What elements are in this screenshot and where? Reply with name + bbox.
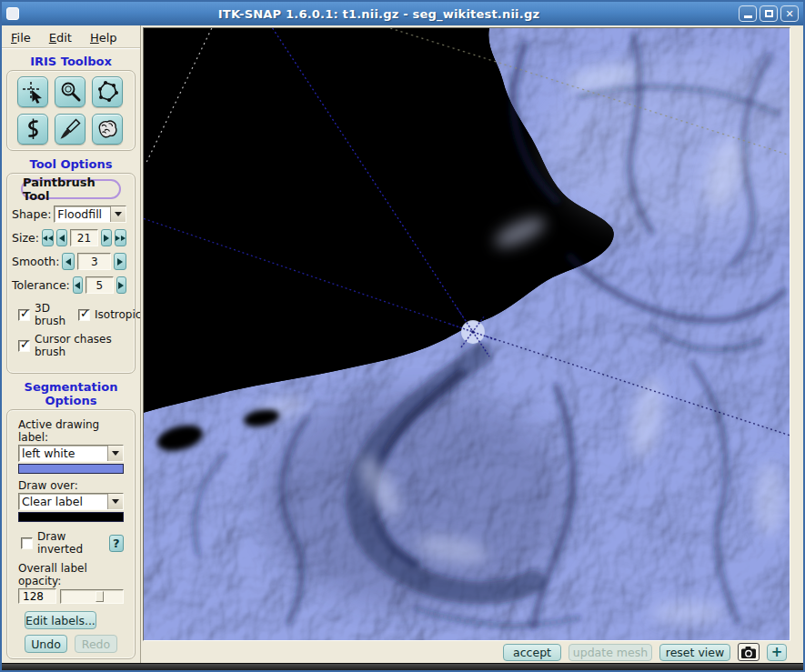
edit-labels-button[interactable]: Edit labels...	[25, 611, 96, 629]
tolerance-label: Tolerance:	[12, 278, 70, 292]
view3d-toolbar: accept update mesh reset view +	[141, 641, 803, 663]
tolerance-increase-button[interactable]	[116, 276, 126, 294]
size-decrease-fast-button[interactable]	[42, 229, 54, 246]
main-area: accept update mesh reset view +	[141, 25, 803, 663]
window-bottom-edge	[2, 663, 803, 670]
draw-over-dropdown[interactable]: Clear label	[18, 493, 124, 510]
sidebar: File Edit Help IRIS Toolbox	[2, 25, 141, 663]
segmentation-options-title: Segmentation Options	[2, 380, 140, 407]
paintbrush-tool-button[interactable]	[55, 114, 86, 145]
menu-edit[interactable]: Edit	[49, 31, 72, 45]
maximize-icon	[765, 10, 773, 17]
titlebar[interactable]: ITK-SNAP 1.6.0.1: t1.nii.gz - seg_wikite…	[2, 2, 803, 25]
size-increase-button[interactable]	[101, 229, 112, 246]
minimize-icon	[744, 15, 752, 18]
active-label-dropdown[interactable]: left white	[18, 445, 124, 462]
isotropic-checkbox[interactable]	[78, 309, 90, 321]
opacity-slider[interactable]	[60, 589, 124, 604]
size-increase-fast-button[interactable]	[115, 229, 126, 246]
tool-options-title: Tool Options	[2, 157, 140, 171]
size-value[interactable]: 21	[70, 229, 99, 246]
segmentation-options-panel: Active drawing label: left white Draw ov…	[6, 409, 136, 659]
tolerance-decrease-button[interactable]	[73, 276, 83, 294]
update-mesh-button: update mesh	[569, 644, 652, 661]
draw-over-value: Clear label	[19, 494, 107, 509]
3d-brush-label: 3D brush	[35, 302, 65, 327]
paintbrush-panel-title: Paintbrush Tool	[21, 179, 121, 199]
smooth-decrease-button[interactable]	[62, 253, 75, 270]
tolerance-value[interactable]: 5	[86, 276, 114, 294]
tool-options-panel: Paintbrush Tool Shape: Floodfill Size: 2…	[6, 173, 136, 374]
accept-button[interactable]: accept	[503, 644, 561, 661]
cursor-chases-brush-checkbox[interactable]	[18, 340, 30, 352]
smooth-label: Smooth:	[12, 255, 59, 268]
close-button[interactable]: ✕	[780, 5, 799, 22]
polygon-tool-button[interactable]	[92, 76, 123, 107]
minimize-button[interactable]	[739, 5, 757, 22]
maximize-button[interactable]	[760, 5, 778, 22]
draw-inverted-label: Draw inverted	[37, 530, 100, 556]
crosshair-icon	[21, 80, 45, 104]
redo-button: Redo	[75, 635, 117, 653]
close-icon: ✕	[785, 9, 793, 19]
chevron-down-icon	[115, 212, 122, 220]
iris-toolbox	[6, 70, 136, 151]
size-decrease-button[interactable]	[56, 229, 67, 246]
cursor-chases-brush-label: Cursor chases brush	[35, 333, 130, 358]
smooth-value[interactable]: 3	[77, 253, 111, 270]
isotropic-label: Isotropic	[95, 308, 141, 321]
itk-snap-window: ITK-SNAP 1.6.0.1: t1.nii.gz - seg_wikite…	[0, 0, 805, 672]
mesh-tool-button[interactable]	[92, 114, 123, 145]
view3d[interactable]	[143, 27, 790, 641]
menubar: File Edit Help	[2, 25, 140, 48]
snake-tool-button[interactable]	[17, 114, 48, 145]
draw-inverted-checkbox[interactable]	[21, 537, 33, 549]
active-drawing-label: Active drawing label:	[18, 418, 130, 444]
menu-file[interactable]: File	[11, 31, 31, 45]
iris-toolbox-title: IRIS Toolbox	[2, 55, 140, 68]
snake-icon	[21, 117, 45, 141]
app-icon	[6, 7, 19, 20]
shape-value: Floodfill	[55, 206, 110, 222]
smooth-increase-button[interactable]	[114, 253, 126, 270]
expand-view-button[interactable]: +	[767, 644, 787, 661]
brain-render	[144, 28, 790, 640]
reset-view-button[interactable]: reset view	[659, 644, 730, 661]
undo-button[interactable]: Undo	[25, 635, 67, 653]
polygon-icon	[96, 80, 119, 104]
active-label-value: left white	[19, 446, 107, 461]
screenshot-button[interactable]	[738, 643, 760, 661]
active-label-swatch	[18, 464, 124, 474]
shape-label: Shape:	[12, 207, 51, 221]
chevron-down-icon	[112, 451, 119, 459]
help-button[interactable]: ?	[109, 535, 124, 552]
paintbrush-icon	[58, 117, 82, 141]
draw-over-label: Draw over:	[18, 479, 130, 492]
camera-icon	[740, 646, 757, 659]
shape-dropdown[interactable]: Floodfill	[54, 206, 126, 223]
3d-brush-checkbox[interactable]	[18, 309, 30, 321]
zoom-tool-button[interactable]	[55, 76, 86, 107]
crosshair-tool-button[interactable]	[17, 76, 48, 107]
opacity-input[interactable]	[18, 588, 56, 604]
window-title: ITK-SNAP 1.6.0.1: t1.nii.gz - seg_wikite…	[19, 7, 739, 21]
opacity-label: Overall label opacity:	[18, 562, 130, 587]
brain-icon	[96, 117, 119, 141]
size-label: Size:	[12, 231, 39, 245]
chevron-down-icon	[112, 499, 119, 507]
menu-help[interactable]: Help	[90, 31, 117, 45]
opacity-slider-handle[interactable]	[96, 591, 104, 602]
magnifier-icon	[58, 80, 82, 104]
draw-over-swatch	[18, 512, 124, 522]
